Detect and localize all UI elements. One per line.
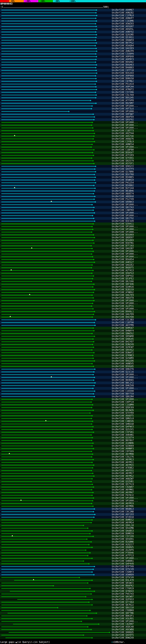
hit-label[interactable]: UniRef100_B3N2V0 bbox=[112, 343, 134, 346]
hit-bar[interactable] bbox=[1, 391, 94, 391]
hit-bar[interactable] bbox=[1, 440, 91, 441]
hit-bar[interactable] bbox=[1, 465, 93, 465]
hit-bar[interactable] bbox=[1, 470, 91, 471]
hit-label[interactable]: UniRef100_A4K527 bbox=[112, 261, 134, 264]
hit-bar[interactable] bbox=[1, 344, 92, 345]
hit-bar[interactable] bbox=[1, 372, 94, 372]
hit-label[interactable]: UniRef100_UP1000... bbox=[112, 250, 138, 252]
hit-label[interactable]: UniRef100_A3LR91 bbox=[112, 618, 134, 620]
hit-bar[interactable] bbox=[1, 56, 96, 57]
hit-bar[interactable] bbox=[1, 399, 92, 400]
hit-bar[interactable] bbox=[1, 333, 92, 334]
hit-bar[interactable] bbox=[1, 158, 91, 158]
hit-label[interactable]: UniRef100_B3CSV0 bbox=[112, 220, 134, 222]
hit-label[interactable]: UniRef100_Q67K22 bbox=[112, 604, 134, 606]
hit-label[interactable]: UniRef100_A6YM47 bbox=[112, 492, 134, 494]
hit-bar[interactable] bbox=[1, 605, 92, 605]
hit-label[interactable]: UniRef100_Q81TA3 bbox=[112, 206, 134, 208]
hit-label[interactable]: UniRef100_B2Y144 bbox=[112, 187, 134, 190]
hit-bar[interactable] bbox=[1, 616, 86, 616]
hit-label[interactable]: UniRef100_A9P8X0 bbox=[112, 56, 134, 58]
hit-label[interactable]: UniRef100_C5LYA9 bbox=[112, 94, 134, 96]
hit-label[interactable]: UniRef100_UP1000... bbox=[112, 124, 138, 126]
hit-label[interactable]: UniRef100_A9SE5L bbox=[112, 28, 134, 30]
hit-bar[interactable] bbox=[1, 182, 95, 183]
hit-label[interactable]: UniRef100_A9PCH4 bbox=[112, 86, 134, 88]
hit-label[interactable]: UniRef100_C5DBK0 bbox=[112, 609, 134, 612]
hit-bar[interactable] bbox=[1, 199, 94, 200]
hit-label[interactable]: UniRef100_UP1000... bbox=[112, 253, 138, 255]
hit-label[interactable]: UniRef100_Q530S1 bbox=[112, 36, 134, 38]
hit-bar[interactable] bbox=[1, 10, 96, 10]
hit-label[interactable]: UniRef100_A6V5S1 bbox=[112, 470, 134, 472]
hit-bar[interactable] bbox=[1, 111, 68, 112]
hit-label[interactable]: UniRef100_B6AFK2 bbox=[112, 584, 134, 587]
hit-label[interactable]: UniRef100_UP1000... bbox=[112, 256, 138, 258]
hit-label[interactable]: UniRef100_B4AB83 bbox=[112, 66, 134, 69]
hit-label[interactable]: UniRef100_Q4X9T5 bbox=[112, 634, 134, 636]
hit-label[interactable]: UniRef100_C1C3B3 bbox=[112, 319, 134, 321]
hit-label[interactable]: UniRef100_Q9UNX3 bbox=[112, 201, 134, 203]
hit-label[interactable]: UniRef100_A0NES4 bbox=[112, 143, 134, 146]
hit-bar[interactable] bbox=[1, 438, 92, 438]
hit-label[interactable]: UniRef100_Q9SF02 bbox=[112, 118, 134, 121]
hit-label[interactable]: UniRef100_Q1HR16 bbox=[112, 286, 134, 288]
hit-bar[interactable] bbox=[1, 429, 92, 430]
hit-bar[interactable] bbox=[1, 78, 96, 79]
hit-label[interactable]: UniRef100_UP1000... bbox=[112, 231, 138, 233]
hit-bar[interactable] bbox=[1, 130, 93, 131]
hit-label[interactable]: UniRef100_Q4U3E9 bbox=[112, 47, 134, 50]
hit-bar[interactable] bbox=[1, 210, 93, 210]
hit-bar[interactable] bbox=[1, 226, 92, 227]
hit-bar[interactable] bbox=[1, 152, 92, 153]
hit-bar[interactable] bbox=[1, 490, 91, 490]
hit-label[interactable]: UniRef100_Q95WH0 bbox=[112, 335, 134, 338]
hit-label[interactable]: UniRef100_B63BH6 bbox=[112, 190, 134, 192]
hit-label[interactable]: UniRef100_B5XBE5 bbox=[112, 176, 134, 178]
hit-label[interactable]: UniRef100_Q7XYR9 bbox=[112, 412, 134, 414]
hit-bar[interactable] bbox=[1, 432, 93, 432]
hit-bar[interactable] bbox=[1, 561, 83, 561]
hit-label[interactable]: UniRef100_Q8NJL0 bbox=[112, 418, 134, 420]
hit-label[interactable]: UniRef100_UP1000... bbox=[112, 121, 138, 124]
hit-bar[interactable] bbox=[1, 128, 92, 128]
hit-label[interactable]: UniRef100_B4NAY4 bbox=[112, 330, 134, 332]
hit-label[interactable]: UniRef100_B5X7R0 bbox=[112, 174, 134, 176]
hit-bar[interactable] bbox=[1, 478, 92, 479]
hit-bar[interactable] bbox=[1, 287, 92, 287]
hit-bar[interactable] bbox=[1, 114, 93, 114]
hit-label[interactable]: UniRef100_A6NNP3 bbox=[112, 448, 134, 450]
hit-bar[interactable] bbox=[1, 103, 96, 104]
hit-bar[interactable] bbox=[1, 596, 85, 597]
hit-bar[interactable] bbox=[1, 542, 91, 542]
hit-bar[interactable] bbox=[1, 336, 94, 336]
hit-label[interactable]: UniRef100_Q9VXG2 bbox=[112, 349, 134, 351]
hit-label[interactable]: UniRef100_A7TF13 bbox=[112, 554, 134, 557]
hit-label[interactable]: UniRef100_UP1000... bbox=[112, 374, 138, 376]
hit-label[interactable]: UniRef100_A6YFM9 bbox=[112, 324, 134, 326]
hit-label[interactable]: UniRef100_Q6CW97 bbox=[112, 596, 134, 598]
hit-label[interactable]: UniRef100_A6YMH1 bbox=[112, 489, 134, 491]
hit-label[interactable]: UniRef100_Q29CW7 bbox=[112, 346, 134, 348]
hit-label[interactable]: UniRef100_UP1000... bbox=[112, 228, 138, 230]
hit-label[interactable]: UniRef100_P78946 bbox=[112, 552, 134, 554]
hit-bar[interactable] bbox=[1, 303, 92, 304]
hit-bar[interactable] bbox=[1, 342, 93, 342]
hit-label[interactable]: UniRef100_Q8WZG2 bbox=[112, 332, 134, 335]
hit-bar[interactable] bbox=[1, 446, 92, 446]
hit-bar[interactable] bbox=[1, 21, 96, 21]
hit-bar[interactable] bbox=[1, 416, 92, 416]
hit-bar[interactable] bbox=[1, 251, 93, 252]
hit-label[interactable]: UniRef100_Q17BR6 bbox=[112, 171, 134, 173]
hit-bar[interactable] bbox=[1, 95, 96, 95]
hit-bar[interactable] bbox=[1, 259, 93, 260]
hit-bar[interactable] bbox=[1, 361, 94, 361]
hit-label[interactable]: UniRef100_UP1000... bbox=[112, 110, 138, 113]
hit-label[interactable]: UniRef100_A9NY92 bbox=[112, 31, 134, 33]
hit-label[interactable]: UniRef100_A9HM67 bbox=[112, 9, 134, 11]
hit-bar[interactable] bbox=[1, 290, 94, 290]
hit-label[interactable]: UniRef100_B8Y7S9 bbox=[112, 393, 134, 395]
hit-bar[interactable] bbox=[1, 374, 93, 375]
hit-bar[interactable] bbox=[1, 160, 93, 161]
hit-label[interactable]: UniRef100_UP1000... bbox=[112, 302, 138, 304]
